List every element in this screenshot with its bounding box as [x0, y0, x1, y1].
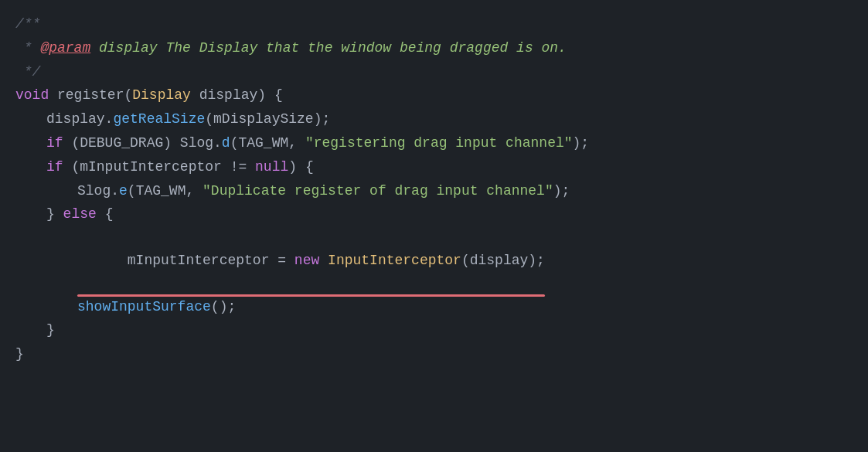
- keyword-new: new: [294, 253, 319, 268]
- code-line-2: * @param display The Display that the wi…: [0, 36, 868, 60]
- keyword-if-2: if: [46, 156, 63, 178]
- underlined-statement: mInputInterceptor = new InputInterceptor…: [77, 227, 545, 294]
- plain-if-cond-1: (DEBUG_DRAG) Slog.: [63, 132, 222, 155]
- plain-semi-2: );: [553, 180, 570, 202]
- string-registering: "registering drag input channel": [305, 132, 573, 155]
- plain-slog-2: Slog.: [77, 180, 119, 202]
- plain-close-brace: }: [46, 203, 63, 226]
- plain-semi-1: );: [573, 132, 590, 155]
- param-desc: display The Display that the window bein…: [90, 37, 567, 59]
- code-line-10: mInputInterceptor = new InputInterceptor…: [62, 226, 868, 294]
- plain-constructor-args: (display);: [461, 253, 545, 268]
- code-line-3: */: [0, 60, 868, 84]
- code-line-6: if (DEBUG_DRAG) Slog.d(TAG_WM, "register…: [31, 131, 868, 155]
- code-line-12: }: [31, 318, 868, 342]
- type-display: Display: [132, 84, 191, 107]
- comment-token: /**: [15, 13, 40, 36]
- code-line-7: if (mInputInterceptor != null) {: [31, 155, 868, 179]
- string-duplicate: "Duplicate register of drag input channe…: [203, 180, 553, 202]
- method-getrealsize: getRealSize: [113, 108, 205, 131]
- comment-end: */: [15, 61, 40, 83]
- code-line-8: Slog.e(TAG_WM, "Duplicate register of dr…: [62, 179, 868, 203]
- plain-semi-3: ();: [211, 296, 236, 318]
- plain-slog-args-2: (TAG_WM,: [128, 180, 203, 202]
- tag-param: @param: [40, 37, 90, 59]
- keyword-if-1: if: [46, 132, 63, 155]
- comment-star: *: [15, 37, 40, 59]
- code-line-5: display.getRealSize(mDisplaySize);: [31, 107, 868, 131]
- keyword-void: void: [15, 84, 49, 107]
- plain-text-2: display) {: [191, 84, 283, 107]
- plain-if-brace: ) {: [288, 156, 313, 178]
- plain-else-brace: {: [97, 203, 114, 226]
- method-slog-d: d: [222, 132, 230, 155]
- plain-slog-args-1: (TAG_WM,: [230, 132, 305, 155]
- keyword-else: else: [63, 203, 97, 226]
- var-display: display.: [46, 108, 113, 131]
- plain-close-else: }: [46, 319, 55, 342]
- method-slog-e: e: [119, 180, 128, 202]
- plain-close-void: }: [15, 343, 24, 365]
- code-line-11: showInputSurface();: [62, 295, 868, 319]
- plain-args: (mDisplaySize);: [205, 108, 330, 131]
- code-line-4: void register(Display display) {: [0, 83, 868, 107]
- plain-if-cond-2: (mInputInterceptor !=: [63, 156, 255, 178]
- class-inputinterceptor: InputInterceptor: [328, 253, 461, 268]
- var-mii: mInputInterceptor =: [128, 253, 294, 268]
- keyword-null: null: [255, 156, 288, 178]
- code-line-1: /**: [0, 12, 868, 36]
- code-line-9: } else {: [31, 202, 868, 226]
- plain-text: register(: [49, 84, 132, 107]
- plain-space: [319, 253, 328, 268]
- method-showinputsurface: showInputSurface: [77, 296, 211, 318]
- code-editor: /** * @param display The Display that th…: [0, 0, 868, 452]
- code-line-13: }: [0, 342, 868, 366]
